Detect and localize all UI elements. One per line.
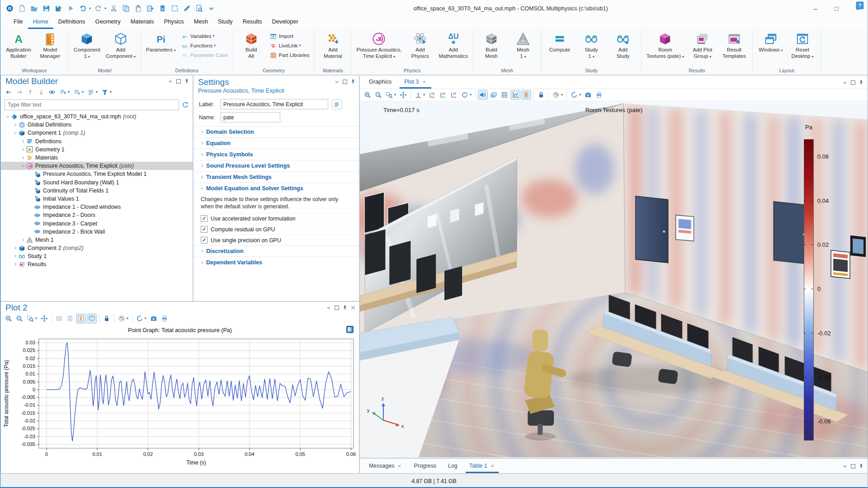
- menu-developer[interactable]: Developer: [267, 16, 303, 29]
- menu-geometry[interactable]: Geometry: [90, 16, 126, 29]
- tree-item-component-2[interactable]: Component 2(comp2): [1, 244, 193, 252]
- pin-icon[interactable]: [350, 79, 356, 85]
- close-icon[interactable]: [350, 305, 356, 311]
- toolbar-button-lock[interactable]: [102, 314, 112, 324]
- float-icon[interactable]: [334, 305, 340, 311]
- toolbar-button-zoom-in[interactable]: [363, 90, 373, 100]
- highlight-button[interactable]: [182, 4, 192, 13]
- pin-icon[interactable]: [342, 305, 348, 311]
- open-button[interactable]: [29, 4, 39, 13]
- toolbar-button-print[interactable]: [594, 90, 604, 100]
- expand-arrow-icon[interactable]: [12, 122, 19, 127]
- tree-item-pressure-acoustics-time-explicit[interactable]: Pressure Acoustics, Time Explicit(pate): [1, 162, 193, 170]
- copy-button[interactable]: [121, 4, 131, 13]
- ribbon-button-import[interactable]: Import: [268, 32, 312, 41]
- toolbar-button-view-yz[interactable]: yz: [438, 90, 448, 100]
- tab-messages[interactable]: Messages: [365, 460, 406, 473]
- tree-item-initial-values-1[interactable]: DInitial Values 1: [1, 195, 193, 203]
- ribbon-button-parameters[interactable]: PiParameters▾: [144, 31, 178, 55]
- ribbon-button-compute[interactable]: Compute: [544, 31, 575, 55]
- save-button[interactable]: [42, 4, 51, 13]
- tree-item-pressure-acoustics-time-explicit-model-1[interactable]: DPressure Acoustics, Time Explicit Model…: [1, 170, 193, 178]
- tree-item-study-1[interactable]: Study 1: [1, 252, 193, 260]
- ribbon-button-build-mesh[interactable]: BuildMesh: [476, 31, 507, 61]
- toolbar-button-rotate[interactable]: ▾: [460, 90, 473, 100]
- tree-item-impedance-2-brick-wall[interactable]: Impedance 2 - Brick Wall: [1, 228, 193, 236]
- ribbon-button-add-component[interactable]: AddComponent▾: [104, 31, 138, 61]
- toolbar-button-zoom-in[interactable]: [4, 314, 14, 324]
- chevron-down-icon[interactable]: [842, 80, 848, 86]
- toolbar-button-grid-vertical[interactable]: [54, 314, 64, 324]
- toolbar-button-view-xy[interactable]: xy: [427, 90, 437, 100]
- new-file-button[interactable]: [17, 4, 27, 13]
- cut-button[interactable]: [109, 4, 118, 13]
- ribbon-button-build-all[interactable]: BuildAll: [236, 31, 267, 61]
- toolbar-button-grid-icon[interactable]: [500, 90, 509, 100]
- toolbar-button-axis-marker[interactable]: [76, 314, 86, 324]
- redo-button[interactable]: ▾: [94, 4, 106, 13]
- ribbon-button-add-study[interactable]: AddStudy: [608, 31, 638, 61]
- tree-item-materials[interactable]: Materials: [1, 154, 193, 162]
- toolbar-button-update[interactable]: ▾: [569, 90, 582, 100]
- expand-arrow-icon[interactable]: [12, 246, 19, 250]
- expand-arrow-icon[interactable]: [20, 139, 26, 144]
- tree-item-impedance-2-doors[interactable]: Impedance 2 - Doors: [1, 211, 193, 219]
- refresh-icon[interactable]: [182, 101, 189, 108]
- menu-mesh[interactable]: Mesh: [189, 16, 213, 29]
- menu-study[interactable]: Study: [213, 16, 238, 29]
- menu-file[interactable]: File: [9, 16, 28, 29]
- expand-arrow-icon[interactable]: [12, 262, 19, 267]
- undo-button[interactable]: ▾: [78, 4, 91, 13]
- section-dependent-variables[interactable]: Dependent Variables: [193, 257, 359, 268]
- ribbon-button-model-manager[interactable]: ModelManager: [35, 31, 66, 61]
- collapse-arrow-icon[interactable]: [20, 164, 26, 168]
- collapse-arrow-icon[interactable]: [12, 131, 19, 135]
- toolbar-button-scene[interactable]: [489, 90, 499, 100]
- ribbon-button-reset-desktop[interactable]: ResetDesktop▾: [787, 31, 818, 61]
- tree-item-mesh-1[interactable]: Mesh 1: [1, 236, 193, 244]
- label-options-button[interactable]: [332, 99, 342, 109]
- ribbon-button-pressure-acoustics-time-explicit[interactable]: Pressure Acoustics,Time Explicit▾: [354, 31, 404, 61]
- section-equation[interactable]: Equation: [193, 137, 359, 149]
- name-field[interactable]: [221, 112, 280, 122]
- ribbon-button-functions[interactable]: f(x)Functions▾: [179, 41, 230, 50]
- minimize-button[interactable]: –: [805, 0, 826, 17]
- toolbar-button-arrow-down[interactable]: [36, 87, 46, 97]
- toolbar-button-speaker[interactable]: [478, 90, 488, 100]
- ribbon-button-mesh-1[interactable]: Mesh1▾: [508, 31, 538, 61]
- toolbar-button-collapse-all[interactable]: ▾: [58, 87, 71, 97]
- ribbon-button-study-1[interactable]: Study1▾: [576, 31, 607, 61]
- expand-arrow-icon[interactable]: [20, 147, 26, 152]
- expand-arrow-icon[interactable]: [20, 238, 26, 242]
- toolbar-button-zoom-out[interactable]: [373, 90, 383, 100]
- ribbon-button-room-textures-pate[interactable]: RoomTextures (pate)▾: [644, 31, 686, 61]
- tree-item-definitions[interactable]: Definitions: [1, 137, 193, 145]
- ribbon-button-livelink[interactable]: LiveLink▾: [268, 41, 312, 50]
- float-icon[interactable]: [850, 463, 856, 469]
- toolbar-button-lock[interactable]: [536, 90, 546, 100]
- pin-icon[interactable]: [858, 463, 864, 469]
- toolbar-button-expand-all[interactable]: ▾: [72, 87, 85, 97]
- toolbar-button-colorbar[interactable]: [521, 90, 531, 100]
- tree-item-impedance-1-closed-windows[interactable]: Impedance 1 - Closed windows: [1, 203, 193, 211]
- tree-item-continuity-of-total-fields-1[interactable]: DContinuity of Total Fields 1: [1, 187, 193, 195]
- graphics-canvas[interactable]: z y x Time=0.017 s Room Textures (pate) …: [360, 101, 868, 457]
- tree-item-sound-hard-boundary-wall-1[interactable]: DSound Hard Boundary (Wall) 1: [1, 178, 193, 187]
- ribbon-button-add-mathematics[interactable]: ΔUAddMathematics: [436, 31, 470, 61]
- section-domain-selection[interactable]: Domain Selection: [193, 126, 359, 137]
- tree-item-office-space-63-30t0-n4-ma-out-mph[interactable]: office_space_63_30T0_N4_ma_out.mph(root): [1, 113, 193, 121]
- toolbar-button-zoom-box[interactable]: ▾: [25, 314, 38, 324]
- toolbar-button-eye[interactable]: [47, 87, 57, 97]
- section-transient-mesh-settings[interactable]: Transient Mesh Settings: [193, 171, 359, 183]
- checkbox-use-single-precision-on-gpu[interactable]: ✓Use single precision on GPU: [193, 235, 359, 245]
- menu-home[interactable]: Home: [28, 16, 53, 29]
- app-logo-button[interactable]: [5, 4, 14, 13]
- ribbon-button-result-templates[interactable]: ResultTemplates: [719, 31, 750, 61]
- pin-icon[interactable]: [858, 80, 864, 86]
- ribbon-button-variables[interactable]: a=Variables▾: [179, 32, 230, 41]
- tab-graphics[interactable]: Graphics: [364, 77, 396, 89]
- toolbar-button-legend[interactable]: [87, 314, 97, 324]
- toolbar-button-palette[interactable]: ▾: [117, 314, 130, 324]
- checkbox-compute-residual-on-gpu[interactable]: ✓Compute residual on GPU: [193, 224, 359, 235]
- toolbar-button-update[interactable]: ▾: [135, 314, 148, 324]
